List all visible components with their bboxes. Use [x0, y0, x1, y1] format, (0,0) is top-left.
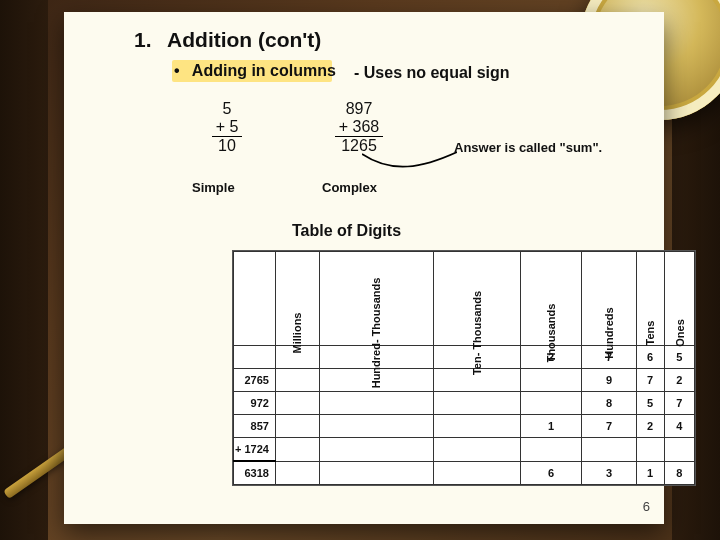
bullet-aside: - Uses no equal sign [354, 64, 510, 82]
simple-addition: 5 + 5 10 [202, 100, 252, 155]
digits-header: Tens [636, 252, 664, 346]
digit-cell [275, 415, 319, 438]
digits-table: Millions Hundred- Thousands Ten- Thousan… [233, 251, 695, 485]
table-row: 972857 [234, 392, 695, 415]
digit-cell [520, 438, 582, 462]
row-label: 857 [234, 415, 276, 438]
digit-cell [433, 438, 520, 462]
row-label [234, 346, 276, 369]
digit-cell [319, 438, 433, 462]
page-number: 6 [643, 499, 650, 514]
digit-cell: 7 [582, 415, 636, 438]
digit-cell: 6 [520, 461, 582, 485]
digits-header: Hundreds [582, 252, 636, 346]
table-row: + 1724 [234, 438, 695, 462]
complex-addition: 897 + 368 1265 [324, 100, 394, 155]
row-label: 6318 [234, 461, 276, 485]
digit-cell [520, 392, 582, 415]
bullet-text: Adding in columns [192, 62, 336, 79]
table-row: 8571724 [234, 415, 695, 438]
digit-cell [433, 392, 520, 415]
digit-cell: 4 [664, 415, 695, 438]
digit-cell: 2 [636, 415, 664, 438]
table-row: 2765972 [234, 369, 695, 392]
complex-addend-b: + 368 [335, 118, 383, 137]
digit-cell [664, 438, 695, 462]
digit-cell [275, 438, 319, 462]
digit-cell: 5 [636, 392, 664, 415]
complex-addend-a: 897 [324, 100, 394, 118]
digit-cell [275, 461, 319, 485]
digits-header: Millions [275, 252, 319, 346]
table-row: 63186318 [234, 461, 695, 485]
callout-text: Answer is called "sum". [454, 140, 602, 155]
slide-content: 1. Addition (con't) • Adding in columns … [64, 12, 664, 524]
digit-cell: 3 [582, 461, 636, 485]
digit-cell [520, 369, 582, 392]
digit-cell: 1 [520, 415, 582, 438]
complex-label: Complex [322, 180, 377, 195]
simple-sum: 10 [202, 137, 252, 155]
digit-cell: 7 [636, 369, 664, 392]
digits-header: Thousands [520, 252, 582, 346]
heading-number: 1. [134, 28, 162, 52]
simple-addend-a: 5 [202, 100, 252, 118]
digit-cell: 6 [636, 346, 664, 369]
digits-header: Hundred- Thousands [319, 252, 433, 346]
digits-header: Ten- Thousands [433, 252, 520, 346]
digit-cell: 1 [636, 461, 664, 485]
digits-header-row: Millions Hundred- Thousands Ten- Thousan… [234, 252, 695, 346]
digit-cell: 8 [664, 461, 695, 485]
simple-label: Simple [192, 180, 235, 195]
digit-cell [275, 392, 319, 415]
row-label: 2765 [234, 369, 276, 392]
digit-cell [636, 438, 664, 462]
table-of-digits: Millions Hundred- Thousands Ten- Thousan… [232, 250, 696, 486]
bullet-symbol: • [174, 62, 188, 80]
heading: 1. Addition (con't) [134, 28, 321, 52]
simple-addend-b: + 5 [212, 118, 243, 137]
complex-sum: 1265 [324, 137, 394, 155]
digits-header-blank [234, 252, 276, 346]
wood-edge-left [0, 0, 48, 540]
row-label: + 1724 [234, 438, 276, 462]
digits-header: Ones [664, 252, 695, 346]
row-label: 972 [234, 392, 276, 415]
digit-cell [319, 461, 433, 485]
paper-surface: 1. Addition (con't) • Adding in columns … [64, 12, 664, 524]
digit-cell [433, 461, 520, 485]
digit-cell: 8 [582, 392, 636, 415]
digit-cell [319, 415, 433, 438]
digit-cell: 5 [664, 346, 695, 369]
slide-stage: 1. Addition (con't) • Adding in columns … [0, 0, 720, 540]
digit-cell: 2 [664, 369, 695, 392]
digit-cell [582, 438, 636, 462]
digit-cell [319, 392, 433, 415]
bullet: • Adding in columns [174, 62, 336, 80]
digit-cell: 9 [582, 369, 636, 392]
digit-cell [433, 415, 520, 438]
heading-text: Addition (con't) [167, 28, 321, 51]
digit-cell [275, 369, 319, 392]
digit-cell: 7 [664, 392, 695, 415]
table-of-digits-title: Table of Digits [292, 222, 401, 240]
